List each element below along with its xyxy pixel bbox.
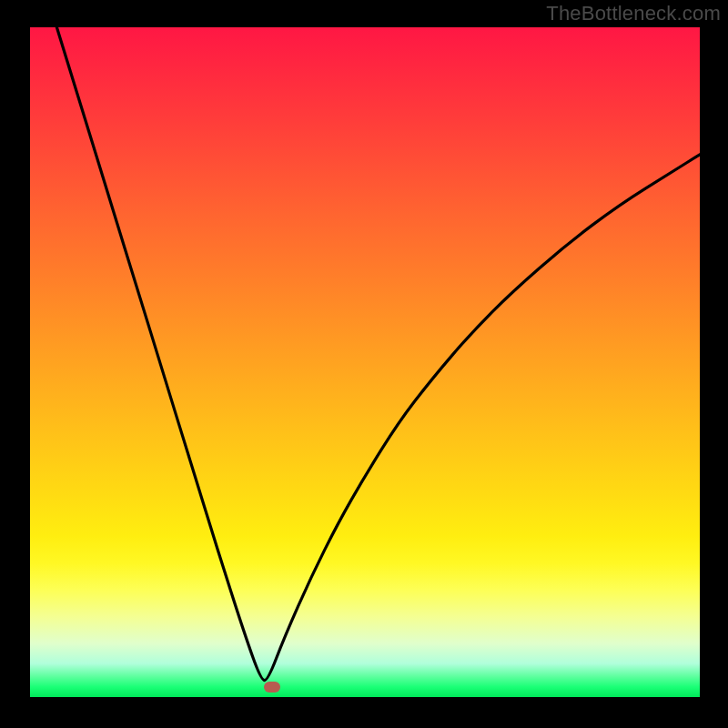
minimum-marker (264, 682, 280, 693)
watermark-text: TheBottleneck.com (546, 2, 721, 25)
chart-plot-area (30, 27, 700, 697)
bottleneck-curve-path (56, 27, 700, 681)
curve-svg (30, 27, 700, 697)
